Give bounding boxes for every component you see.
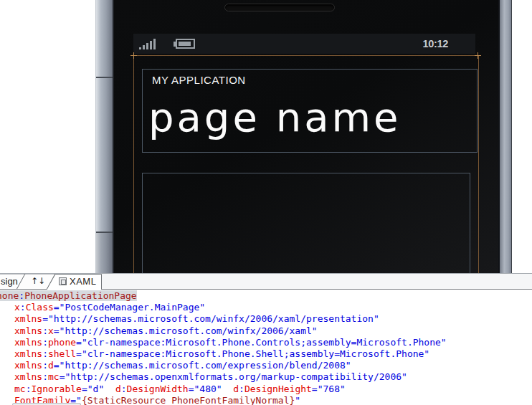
phone-side-button-divider (96, 77, 113, 78)
designer-canvas[interactable]: 10:12 MY APPLICATION page name (0, 0, 532, 273)
selection-corner-tick (475, 52, 481, 59)
status-bar: 10:12 (133, 34, 475, 54)
phone-side-button (96, 233, 113, 273)
xaml-document-icon (59, 277, 67, 285)
phone-left-edge (95, 0, 114, 273)
code-line[interactable]: xmlns:mc="http://schemas.openxmlformats.… (14, 371, 532, 383)
code-line[interactable]: FontFamily="{StaticResource PhoneFontFam… (14, 395, 532, 405)
title-panel[interactable]: MY APPLICATION page name (142, 69, 478, 153)
page-title-text: page name (148, 94, 401, 140)
swap-panes-button[interactable]: ↑↓ (31, 276, 45, 286)
selection-corner-tick (130, 52, 137, 59)
tab-xaml[interactable]: XAML (70, 276, 96, 287)
tab-design[interactable]: sign (1, 276, 18, 287)
content-panel[interactable] (142, 173, 470, 273)
split-view-tabstrip: sign ↑↓ XAML (0, 274, 532, 290)
code-line[interactable]: x:Class="PostCodeManager.MainPage" (14, 302, 532, 313)
code-line[interactable]: xmlns:shell="clr-namespace:Microsoft.Pho… (14, 348, 532, 360)
code-line[interactable]: xmlns="http://schemas.microsoft.com/winf… (14, 313, 532, 325)
code-line[interactable]: mc:Ignorable="d" d:DesignWidth="480" d:D… (14, 383, 532, 395)
code-editor[interactable]: hone:PhoneApplicationPagex:Class="PostCo… (0, 290, 532, 405)
code-line[interactable]: xmlns:x="http://schemas.microsoft.com/wi… (14, 325, 532, 337)
signal-icon (139, 39, 156, 49)
phone-speaker-grille (224, 4, 335, 11)
code-line[interactable]: xmlns:phone="clr-namespace:Microsoft.Pho… (14, 337, 532, 348)
code-line[interactable]: hone:PhoneApplicationPage (0, 290, 532, 302)
battery-icon (174, 39, 195, 49)
app-title-text: MY APPLICATION (152, 74, 246, 86)
vs-xaml-split-view: 10:12 MY APPLICATION page name sign ↑↓ X… (0, 0, 532, 405)
phone-right-edge (498, 0, 512, 273)
status-time: 10:12 (422, 38, 448, 49)
code-line[interactable]: xmlns:d="http://schemas.microsoft.com/ex… (14, 360, 532, 371)
